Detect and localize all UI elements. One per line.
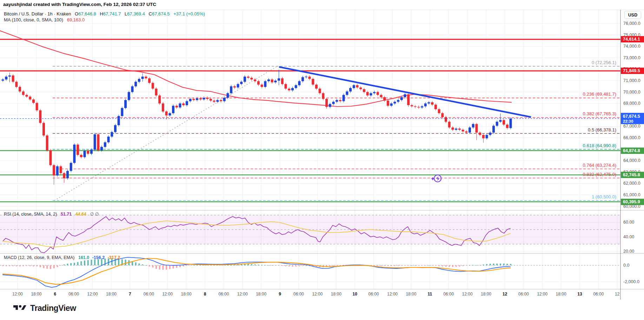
tradingview-chart-screenshot: aayushjindal created with TradingView.co… [0,0,644,320]
tradingview-logo[interactable]: TradingView [13,303,76,313]
price-level-badge: 62,745.8 [621,172,644,178]
time-axis-label: 18:00 [556,292,566,297]
open-label: O [75,11,78,16]
rsi-axis-label: 20.00 [623,249,634,254]
tradingview-logo-text: TradingView [30,304,76,313]
price-level-badge: 60,395.9 [621,199,644,205]
time-axis-label: 18:00 [181,292,192,297]
svg-text:0.5 (66,378.1): 0.5 (66,378.1) [588,127,616,132]
rsi-axis-label: 40.00 [623,234,634,239]
svg-text:0.764 (63,274.4): 0.764 (63,274.4) [583,163,616,168]
rsi-label[interactable]: RSI (14, close, SMA, 14, 2) [4,212,57,217]
price-level-badge: 74,614.1 [621,36,644,42]
time-axis-label: 06:00 [293,292,304,297]
chart-canvas[interactable]: 0 (72,256.1)0.236 (69,481.7)0.382 (67,76… [0,0,644,320]
rsi-legend[interactable]: RSI (14, close, SMA, 14, 2) 51.71 44.64 … [4,211,99,217]
ai-assistant-icon[interactable] [431,175,441,182]
fib-retracement-lines [53,66,620,200]
price-axis-label: 61,000.0 [623,192,640,197]
open-value: 67,646.8 [78,11,96,16]
time-axis-label: 12:00 [237,292,248,297]
price-level-badge: 64,874.8 [621,148,644,154]
close-label: C [149,11,152,16]
time-axis-label: 12:00 [387,292,398,297]
low-value: 67,369.4 [127,11,145,16]
svg-text:0 (72,256.1): 0 (72,256.1) [592,60,616,65]
tradingview-logo-icon [13,303,27,313]
time-axis-label: 12 [615,292,619,297]
time-axis-label: 06:00 [144,292,154,297]
time-axis-label: 18:00 [256,292,266,297]
macd-axis-label: 0.0 [623,263,629,268]
price-axis-label: 62,000.0 [623,181,640,186]
time-axis-label: 18:00 [106,292,117,297]
time-axis-label: 06:00 [443,292,454,297]
symbol-title[interactable]: Bitcoin / U.S. Dollar · 1h · Kraken [4,11,71,16]
macd-histogram [2,258,511,270]
time-axis-day-label: 8 [204,292,206,297]
price-axis-label: 67,000.0 [623,124,640,129]
time-axis-day-label: 9 [279,292,281,297]
price-axis-label: 74,000.0 [623,44,640,49]
time-axis-label: 12:00 [87,292,98,297]
high-label: H [100,11,103,16]
macd-hist-value: 161.0 [78,255,89,260]
time-axis-day-label: 7 [129,292,131,297]
change-value: +37.1 (+0.05%) [173,11,205,16]
ma-legend[interactable]: MA (100, close, 0, SMA, 100) 69,163.0 [4,17,85,22]
time-axis-label: 06:00 [518,292,529,297]
symbol-legend[interactable]: Bitcoin / U.S. Dollar · 1h · Kraken O67,… [4,11,205,16]
time-axis-label: 18:00 [406,292,416,297]
ma-value: 69,163.0 [67,17,85,22]
macd-legend[interactable]: MACD (12, 26, close, 9, EMA, EMA) 161.0 … [4,255,120,260]
time-axis-label: 12:00 [462,292,473,297]
rsi-ma-value: 44.64 [75,212,86,217]
fib-labels: 0 (72,256.1)0.236 (69,481.7)0.382 (67,76… [583,60,616,199]
macd-signal-value: -317.2 [108,255,120,260]
price-level-badge: 67,674.522:30 [621,113,644,124]
rsi-band [0,215,620,244]
time-axis-label: 12:00 [162,292,173,297]
time-axis-day-label: 6 [54,292,56,297]
macd-line [3,257,510,287]
time-axis-label: 06:00 [593,292,604,297]
currency-selector[interactable]: USD [624,11,641,19]
rsi-extra-values: ∅ ∅ [90,212,99,217]
time-axis-label: 06:00 [218,292,229,297]
price-axis-label: 73,000.0 [623,55,640,60]
price-axis-label: 70,000.0 [623,90,640,95]
macd-label[interactable]: MACD (12, 26, close, 9, EMA, EMA) [4,255,74,260]
macd-axis-label: -2,000.0 [623,279,639,284]
time-axis-label: 18:00 [481,292,491,297]
time-axis-label: 12:00 [312,292,323,297]
close-value: 67,674.5 [152,11,170,16]
ma-label[interactable]: MA (100, close, 0, SMA, 100) [4,17,63,22]
time-axis-label: 12:00 [537,292,547,297]
time-axis-day-label: 11 [427,292,432,297]
time-axis-label: 18:00 [31,292,41,297]
time-axis-label: 06:00 [369,292,379,297]
svg-text:0.618 (64,990.8): 0.618 (64,990.8) [583,143,616,148]
time-axis-day-label: 13 [577,292,582,297]
rsi-axis-label: 60.00 [623,220,634,225]
time-axis-day-label: 10 [353,292,357,297]
high-value: 67,741.7 [103,11,121,16]
ma100-line [0,31,511,107]
time-axis-label: 18:00 [331,292,341,297]
price-axis-label: 69,000.0 [623,101,640,106]
rsi-value: 51.71 [61,212,72,217]
candlestick-series [2,70,512,185]
time-axis-label: 06:00 [68,292,79,297]
svg-text:0.382 (67,765.3): 0.382 (67,765.3) [583,111,616,116]
time-axis-day-label: 12 [503,292,507,297]
price-axis-label: 71,000.0 [623,78,640,83]
price-level-badge: 71,849.5 [621,68,644,74]
svg-text:0.832 (62,475.0): 0.832 (62,475.0) [583,172,616,177]
price-axis-label: 66,000.0 [623,135,640,140]
svg-text:0.236 (69,481.7): 0.236 (69,481.7) [583,91,616,97]
price-axis-label: 64,000.0 [623,158,640,163]
svg-text:1 (60,500.0): 1 (60,500.0) [592,194,616,199]
macd-line-value: -156.2 [92,255,105,260]
price-axis-label: 76,000.0 [623,21,640,26]
time-axis-label: 12:00 [12,292,23,297]
